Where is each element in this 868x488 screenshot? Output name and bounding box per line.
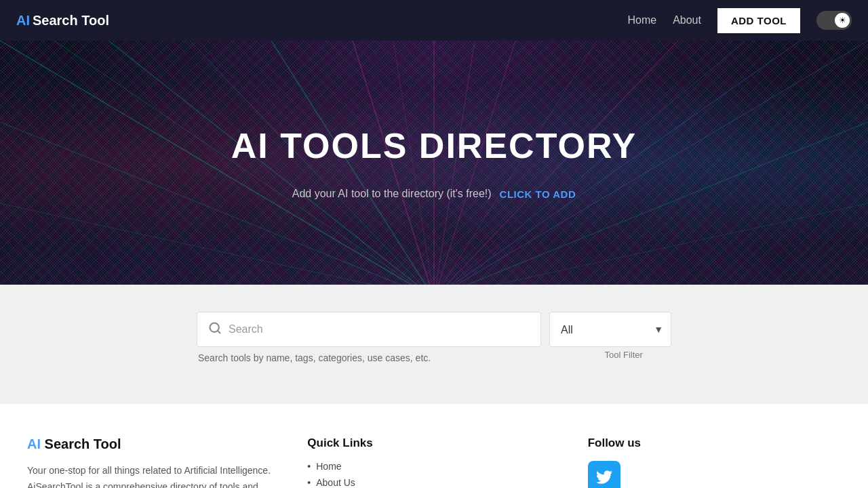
footer-link-home-anchor[interactable]: Home — [316, 461, 341, 472]
footer-link-about: About Us — [307, 477, 560, 488]
click-to-add-link[interactable]: CLICK TO ADD — [500, 188, 576, 200]
navbar: AI Search Tool Home About ADD TOOL ☀ — [0, 0, 868, 41]
footer-logo-ai: AI — [27, 436, 41, 451]
twitter-icon — [596, 469, 612, 485]
svg-line-21 — [218, 331, 220, 333]
filter-select-wrapper: All Free Paid Freemium ▼ — [549, 312, 671, 347]
search-hint: Search tools by name, tags, categories, … — [197, 352, 568, 363]
footer-brand-title: AI Search Tool — [27, 436, 280, 452]
search-icon — [208, 321, 222, 338]
twitter-button[interactable] — [588, 461, 620, 488]
logo-ai: AI — [16, 13, 30, 28]
nav-right: Home About ADD TOOL ☀ — [627, 8, 852, 33]
hero-content: AI TOOLS DIRECTORY Add your AI tool to t… — [231, 125, 637, 200]
nav-about[interactable]: About — [673, 14, 701, 26]
footer-follow: Follow us — [588, 436, 841, 488]
footer-link-home: Home — [307, 461, 560, 472]
footer-quick-links: Quick Links Home About Us Terms and Cond… — [307, 436, 560, 488]
footer-description: Your one-stop for all things related to … — [27, 463, 280, 488]
filter-select[interactable]: All Free Paid Freemium — [549, 312, 671, 347]
site-logo: AI Search Tool — [16, 13, 109, 28]
theme-toggle-icon: ☀ — [835, 13, 850, 28]
search-input[interactable] — [229, 314, 530, 345]
nav-home[interactable]: Home — [627, 14, 656, 26]
add-tool-button[interactable]: ADD TOOL — [717, 8, 800, 33]
search-below: Search tools by name, tags, categories, … — [197, 347, 671, 363]
logo-text: Search Tool — [33, 13, 109, 28]
follow-title: Follow us — [588, 436, 841, 450]
quick-links-title: Quick Links — [307, 436, 560, 450]
filter-label: Tool Filter — [576, 350, 671, 363]
hero-subtitle: Add your AI tool to the directory (it's … — [231, 188, 637, 200]
footer-link-about-anchor[interactable]: About Us — [316, 477, 355, 488]
hero-section: AI TOOLS DIRECTORY Add your AI tool to t… — [0, 41, 868, 285]
hero-title: AI TOOLS DIRECTORY — [231, 125, 637, 166]
search-input-wrapper — [197, 312, 541, 347]
hero-subtitle-text: Add your AI tool to the directory (it's … — [292, 188, 492, 200]
footer-logo-text: Search Tool — [45, 436, 121, 451]
search-row: All Free Paid Freemium ▼ — [197, 312, 671, 347]
footer: AI Search Tool Your one-stop for all thi… — [0, 404, 868, 488]
footer-brand: AI Search Tool Your one-stop for all thi… — [27, 436, 280, 488]
footer-links-list: Home About Us Terms and Conditions — [307, 461, 560, 488]
search-section: All Free Paid Freemium ▼ Search tools by… — [0, 285, 868, 404]
theme-toggle-button[interactable]: ☀ — [816, 11, 852, 30]
